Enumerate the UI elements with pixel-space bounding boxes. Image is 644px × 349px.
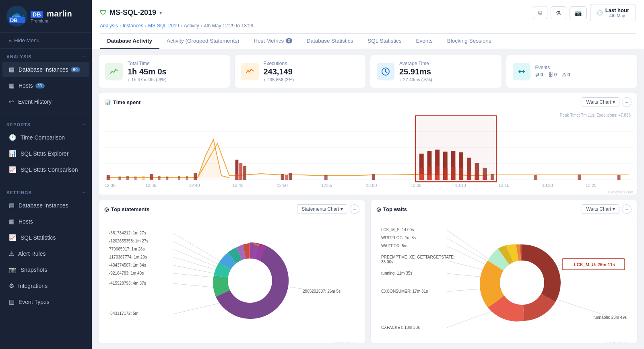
svg-rect-18 <box>239 163 242 180</box>
svg-rect-19 <box>243 166 246 180</box>
svg-rect-52 <box>126 176 129 180</box>
top-statements-header: ◎ Top statements Statements Chart ▾ − <box>99 200 365 218</box>
collapse-waits-button[interactable]: − <box>622 204 632 214</box>
waits-controls: Waits Chart ▾ − <box>582 204 632 214</box>
logo-premium: Premium <box>31 18 72 23</box>
alert-rules-icon: ⚠ <box>9 250 14 257</box>
sidebar-item-integrations[interactable]: ⚙ Integrations <box>2 278 89 294</box>
topbar: 🛡 MS-SQL-2019 ▾ ⧉ ⚗ 📷 🕐 <box>92 0 644 49</box>
svg-text:-843117172: 5m: -843117172: 5m <box>109 311 138 316</box>
breadcrumb-activity: Activity <box>184 23 199 29</box>
last-hour-button[interactable]: 🕐 Last hour 4th May <box>590 4 636 21</box>
top-waits-panel: ◎ Top waits Waits Chart ▾ − LCK_M_S: 14.… <box>370 200 638 343</box>
bottom-panels: ◎ Top statements Statements Chart ▾ − -5… <box>98 200 638 343</box>
breadcrumb-sep-2: › <box>145 23 147 29</box>
filter-button[interactable]: ⚗ <box>551 6 566 19</box>
tab-database-statistics[interactable]: Database Statistics <box>299 34 361 49</box>
svg-rect-56 <box>166 177 168 180</box>
collapse-reports-icon: − <box>83 122 85 127</box>
executions-info: Executions 243,149 ↑ 235,856 (3%) <box>264 61 359 82</box>
highcharts-credit-time: Highcharts.com <box>103 189 633 195</box>
svg-text:12:45: 12:45 <box>233 183 244 188</box>
breadcrumb-sep-4: › <box>201 23 202 29</box>
waits-chart-dropdown[interactable]: Waits Chart ▾ <box>582 97 619 107</box>
tab-database-activity[interactable]: Database Activity <box>100 34 159 49</box>
collapse-time-chart-button[interactable]: − <box>622 97 632 107</box>
svg-text:13:15: 13:15 <box>499 183 510 188</box>
executions-icon <box>241 63 259 80</box>
sidebar-item-event-history[interactable]: ↩ Event History <box>2 94 89 109</box>
sidebar-item-sql-stats-explorer[interactable]: 📊 SQL Stats Explorer <box>2 146 89 161</box>
svg-text:CXCONSUMER: 17m 31s: CXCONSUMER: 17m 31s <box>381 289 428 294</box>
sidebar-item-sql-statistics[interactable]: 📈 SQL Statistics <box>2 230 89 245</box>
svg-text:-434374507: 1m 34s: -434374507: 1m 34s <box>109 263 146 267</box>
breadcrumb-db-name[interactable]: MS-SQL-2019 <box>148 23 179 29</box>
svg-text:38.00s: 38.00s <box>381 260 393 264</box>
sidebar-item-hosts[interactable]: ▦ Hosts 11 <box>2 78 89 93</box>
filter-icon: ⚗ <box>556 10 561 16</box>
tab-host-metrics[interactable]: Host Metrics 0 <box>246 34 299 49</box>
svg-rect-48 <box>534 175 537 180</box>
event-types-icon: ▤ <box>9 298 14 306</box>
tab-blocking-sessions[interactable]: Blocking Sessions <box>440 34 499 49</box>
breadcrumb-analysis[interactable]: Analysis <box>100 23 118 29</box>
statements-controls: Statements Chart ▾ − <box>297 204 359 214</box>
tab-events[interactable]: Events <box>409 34 440 49</box>
svg-text:DB: DB <box>10 17 18 23</box>
screenshot-button[interactable]: 📷 <box>570 6 587 19</box>
svg-rect-53 <box>134 177 137 180</box>
collapse-settings-icon: − <box>83 190 85 195</box>
sidebar: 🐟 DB DB marlin Premium « Hide Menu ANALY… <box>0 0 92 349</box>
sidebar-item-database-instances[interactable]: ▤ Database Instances 60 <box>2 62 89 77</box>
sidebar-item-settings-hosts[interactable]: ▦ Hosts <box>2 214 89 229</box>
svg-text:-1202655358: 1m 27s: -1202655358: 1m 27s <box>109 239 148 243</box>
metric-cards: Total Time 1h 45m 0s ↓ 1h 47m 49s (-3%) … <box>98 55 638 88</box>
metric-card-events: Events ⇄ 0 🗄 0 ⚠ 0 <box>506 55 638 88</box>
sidebar-item-alert-rules[interactable]: ⚠ Alert Rules <box>2 246 89 261</box>
svg-rect-11 <box>107 178 110 180</box>
logo-text: DB marlin Premium <box>31 9 72 23</box>
svg-text:1170387774: 1m 29s: 1170387774: 1m 29s <box>109 255 147 259</box>
top-waits-body: LCK_M_S: 14.00s WRITELOG: 1m 8s WAITFOR:… <box>371 218 637 343</box>
total-time-trend-icon: ↓ <box>128 77 130 82</box>
sidebar-item-event-types[interactable]: ▤ Event Types <box>2 294 89 310</box>
top-waits-title: ◎ Top waits <box>376 206 407 212</box>
statements-chart-dropdown[interactable]: Statements Chart ▾ <box>297 204 347 214</box>
svg-text:PREEMPTIVE_XE_GETTARGETSTATE:: PREEMPTIVE_XE_GETTARGETSTATE: <box>381 255 455 259</box>
svg-rect-13 <box>150 178 153 180</box>
time-spent-controls: Waits Chart ▾ − <box>582 97 632 107</box>
divider-1 <box>0 113 92 113</box>
settings-hosts-icon: ▦ <box>9 218 14 225</box>
db-title: 🛡 MS-SQL-2019 ▾ <box>100 8 162 17</box>
svg-text:779665917: 1m 28s: 779665917: 1m 28s <box>109 247 144 251</box>
database-instances-icon: ▤ <box>9 66 14 73</box>
logo-brand: DB marlin <box>31 9 72 18</box>
dropdown-arrow-icon[interactable]: ▾ <box>159 10 162 16</box>
highcharts-credit-waits: Highcharts.com <box>375 341 633 343</box>
svg-rect-15 <box>194 178 197 180</box>
waits-chart-dropdown2[interactable]: Waits Chart ▾ <box>582 204 619 214</box>
sidebar-item-sql-stats-comparison[interactable]: 📈 SQL Stats Comparison <box>2 162 89 177</box>
breadcrumb-instances[interactable]: Instances <box>123 23 143 29</box>
svg-rect-5 <box>103 115 633 188</box>
total-time-info: Total Time 1h 45m 0s ↓ 1h 47m 49s (-3%) <box>128 61 223 82</box>
hide-menu-button[interactable]: « Hide Menu <box>0 33 92 49</box>
sidebar-item-settings-db-instances[interactable]: ▤ Database Instances <box>2 198 89 213</box>
divider-2 <box>0 181 92 181</box>
events-db: 🗄 0 <box>548 72 557 78</box>
breadcrumb-date-range: 4th May 12:29 to 13:29 <box>204 23 254 29</box>
tab-activity-grouped[interactable]: Activity (Grouped Statements) <box>159 34 246 49</box>
sidebar-item-snapshots[interactable]: 📷 Snapshots <box>2 262 89 277</box>
tab-sql-statistics[interactable]: SQL Statistics <box>360 34 409 49</box>
sidebar-item-time-comparison[interactable]: 🕐 Time Comparison <box>2 130 89 145</box>
collapse-statements-button[interactable]: − <box>350 204 359 214</box>
copy-button[interactable]: ⧉ <box>533 6 547 19</box>
peak-info: Peak Time: 7m 11s, Executions: 47,838 <box>560 113 631 117</box>
top-statements-body: -581734212: 1m 27s -1202655358: 1m 27s 7… <box>99 218 365 343</box>
breadcrumb-sep-1: › <box>120 23 121 29</box>
chevron-left-icon: « <box>9 37 12 43</box>
svg-text:12:35: 12:35 <box>145 183 156 188</box>
clock-icon: 🕐 <box>597 10 603 16</box>
hosts-icon: ▦ <box>9 82 14 89</box>
svg-text:running: 11m 35s: running: 11m 35s <box>381 271 412 275</box>
